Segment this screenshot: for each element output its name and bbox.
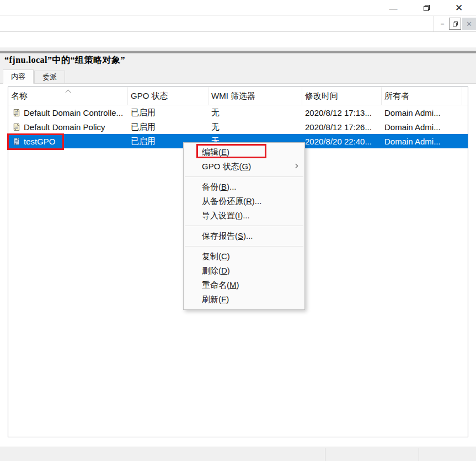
status-bar	[0, 447, 476, 461]
menu-item-backup[interactable]: 备份(B)...	[184, 180, 304, 194]
menu-item-label: )...	[252, 196, 262, 206]
close-icon: ✕	[455, 2, 463, 14]
menu-item-label: )...	[227, 182, 237, 191]
modified-cell: 2020/8/20 22:40...	[302, 137, 382, 146]
column-header-owner[interactable]: 所有者	[382, 87, 462, 105]
owner-cell: Domain Admi...	[382, 108, 462, 117]
status-bar-divider	[419, 448, 419, 461]
access-key: F	[221, 294, 226, 304]
menu-item-import-settings[interactable]: 导入设置(I)...	[184, 208, 304, 223]
column-header-label: 所有者	[384, 91, 409, 101]
console-menubar	[0, 15, 476, 32]
child-window-close-button[interactable]: ✕	[462, 18, 476, 30]
name-cell: Default Domain Controlle...	[8, 108, 128, 117]
access-key: R	[246, 196, 252, 206]
child-window-minimize-button[interactable]: –	[437, 18, 448, 30]
column-header-gpo-status[interactable]: GPO 状态	[128, 87, 208, 105]
gpo-name: Default Domain Controlle...	[24, 108, 123, 117]
column-header-label: 修改时间	[305, 91, 338, 101]
gpo-name: Default Domain Policy	[24, 122, 105, 132]
menu-item-label: 备份(	[202, 182, 221, 191]
column-header-wmi-filter[interactable]: WMI 筛选器	[208, 87, 302, 105]
menu-item-label: 删除(	[202, 266, 221, 275]
modified-cell: 2020/8/12 17:13...	[302, 108, 382, 117]
gpo-scroll-icon	[12, 122, 20, 132]
menu-item-label: 保存报告(	[202, 231, 238, 240]
column-header-label: WMI 筛选器	[211, 91, 255, 101]
tab-label: 内容	[11, 72, 25, 82]
menu-item-label: )...	[240, 211, 250, 220]
window-close-button[interactable]: ✕	[448, 0, 469, 15]
table-row-default-domain-controllers[interactable]: Default Domain Controlle... 已启用 无 2020/8…	[8, 105, 468, 120]
menu-item-label: )	[226, 294, 229, 304]
pane-header: “fjnu.local”中的“组策略对象” 内容 委派	[0, 47, 476, 84]
access-key: D	[221, 266, 227, 275]
menu-separator	[185, 246, 303, 246]
menu-separator	[185, 176, 303, 177]
menu-item-label: )	[237, 280, 239, 290]
annotation-box-testgpo	[7, 133, 64, 150]
page-title: “fjnu.local”中的“组策略对象”	[4, 55, 125, 66]
menu-item-label: 重命名(	[202, 280, 229, 290]
access-key: G	[242, 162, 249, 171]
modified-cell: 2020/8/12 17:26...	[302, 122, 382, 132]
tab-contents[interactable]: 内容	[3, 69, 34, 84]
menu-item-rename[interactable]: 重命名(M)	[184, 278, 304, 292]
menu-item-label: )	[227, 266, 230, 275]
pane-separator[interactable]	[0, 51, 476, 53]
menu-item-refresh[interactable]: 刷新(F)	[184, 292, 304, 307]
menu-item-copy[interactable]: 复制(C)	[184, 249, 304, 264]
access-key: B	[221, 182, 227, 191]
minimize-icon: –	[441, 20, 445, 28]
menu-item-label: 复制(	[202, 251, 221, 261]
owner-cell: Domain Admi...	[382, 122, 462, 132]
restore-icon	[424, 5, 430, 11]
list-header-row: 名称 GPO 状态 WMI 筛选器 修改时间 所有者	[8, 87, 468, 105]
wmi-filter-cell: 无	[208, 122, 302, 132]
menu-separator	[185, 226, 303, 226]
gpo-scroll-icon	[12, 108, 20, 117]
menu-item-label: GPO 状态(	[202, 162, 242, 171]
submenu-arrow-icon	[294, 164, 297, 168]
menu-item-label: 刷新(	[202, 294, 221, 304]
name-cell: Default Domain Policy	[8, 122, 128, 132]
column-header-name[interactable]: 名称	[8, 87, 128, 105]
gpo-status-cell: 已启用	[128, 108, 208, 118]
restore-icon	[453, 22, 458, 26]
menu-item-gpo-status[interactable]: GPO 状态(G)	[184, 159, 304, 174]
wmi-filter-cell: 无	[208, 108, 302, 118]
menu-item-label: )...	[243, 231, 253, 240]
column-header-label: 名称	[11, 91, 28, 101]
minimize-icon: —	[389, 3, 398, 13]
column-header-label: GPO 状态	[131, 91, 168, 101]
window-restore-button[interactable]	[416, 0, 437, 15]
child-window-restore-button[interactable]	[449, 18, 461, 30]
column-header-modified[interactable]: 修改时间	[302, 87, 382, 105]
sort-ascending-icon	[66, 89, 70, 93]
menu-item-label: 从备份还原(	[202, 196, 246, 206]
window-minimize-button[interactable]: —	[383, 0, 404, 15]
access-key: M	[229, 280, 237, 290]
menu-item-restore-from-backup[interactable]: 从备份还原(R)...	[184, 194, 304, 208]
access-key: S	[238, 231, 243, 240]
owner-cell: Domain Admi...	[382, 137, 462, 146]
menu-item-label: 导入设置(	[202, 211, 238, 220]
menu-item-label: )	[227, 251, 230, 261]
menu-item-label: )	[248, 162, 251, 171]
menu-item-save-report[interactable]: 保存报告(S)...	[184, 229, 304, 243]
annotation-box-edit	[196, 144, 266, 158]
status-bar-divider	[325, 448, 325, 461]
menubar-divider	[434, 16, 434, 31]
table-row-default-domain-policy[interactable]: Default Domain Policy 已启用 无 2020/8/12 17…	[8, 120, 468, 134]
menu-item-delete[interactable]: 删除(D)	[184, 264, 304, 278]
tab-label: 委派	[42, 72, 57, 82]
gpo-status-cell: 已启用	[128, 122, 208, 132]
access-key: C	[221, 251, 227, 261]
tab-delegation[interactable]: 委派	[34, 71, 65, 84]
close-icon: ✕	[466, 20, 472, 28]
context-menu: 编辑(E) GPO 状态(G) 备份(B)... 从备份还原(R)... 导入设…	[183, 142, 305, 310]
